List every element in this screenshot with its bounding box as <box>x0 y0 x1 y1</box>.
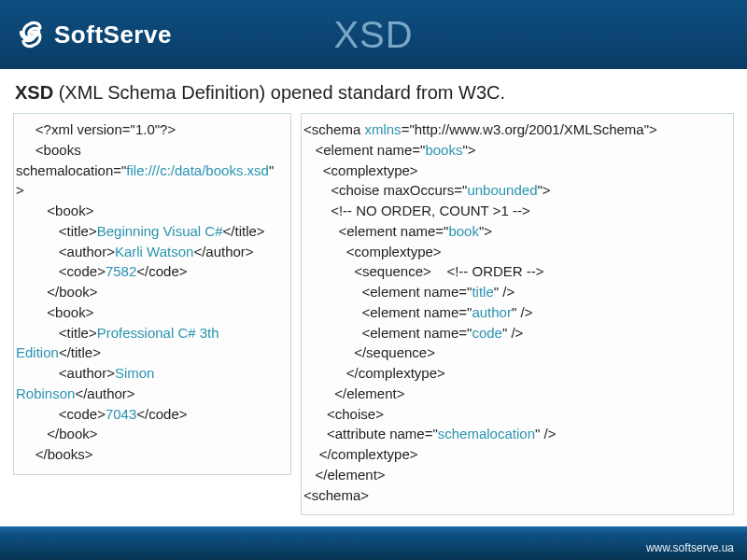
content: XSD (XML Schema Definition) opened stand… <box>0 69 747 515</box>
subtitle-rest: (XML Schema Definition) opened standard … <box>53 82 505 103</box>
footer-url: www.softserve.ua <box>646 541 734 554</box>
softserve-logo-icon <box>17 20 47 49</box>
footer: www.softserve.ua <box>0 526 747 560</box>
logo: SoftServe <box>17 20 172 49</box>
footer-bar: www.softserve.ua <box>0 536 747 560</box>
code-panels: <?xml version="1.0"?> <books schemalocat… <box>13 113 734 515</box>
subtitle-bold: XSD <box>15 82 53 103</box>
subtitle: XSD (XML Schema Definition) opened stand… <box>13 82 734 104</box>
slide-title: XSD <box>333 14 413 56</box>
xsd-sample: <schema xmlns="http://www.w3.org/2001/XM… <box>301 113 734 515</box>
footer-stripe <box>0 526 747 536</box>
header: SoftServe XSD <box>0 0 747 69</box>
brand-name: SoftServe <box>54 21 172 49</box>
xml-sample: <?xml version="1.0"?> <books schemalocat… <box>13 113 291 475</box>
